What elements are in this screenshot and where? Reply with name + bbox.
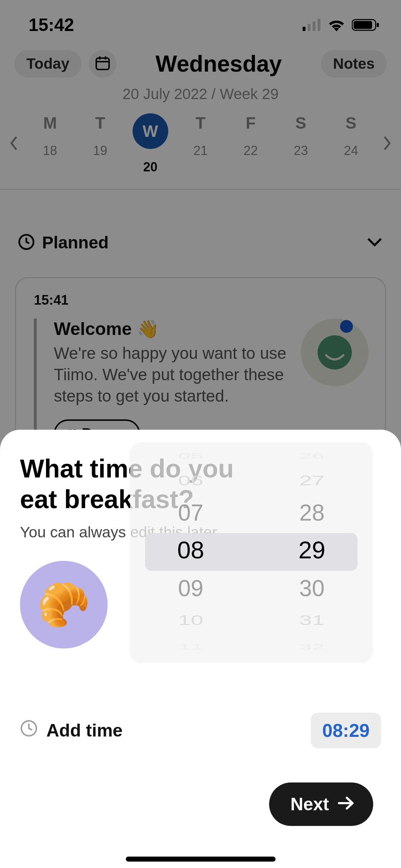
- add-time-row: Add time 08:29: [20, 713, 381, 748]
- home-indicator[interactable]: [126, 857, 276, 862]
- picker-row: 0627: [130, 464, 372, 497]
- picker-row: 1132: [130, 630, 372, 662]
- time-picker-sheet: What time do you eat breakfast? You can …: [0, 430, 401, 868]
- picker-minute: 29: [251, 533, 372, 567]
- picker-hour: 08: [130, 533, 251, 567]
- picker-minute: 28: [251, 496, 372, 529]
- picker-hour: 10: [130, 610, 251, 630]
- picker-hour: 09: [130, 572, 251, 605]
- picker-minute: 30: [251, 572, 372, 605]
- time-value-chip[interactable]: 08:29: [311, 713, 381, 748]
- next-button[interactable]: Next: [269, 782, 373, 826]
- croissant-icon: 🥐: [37, 580, 91, 630]
- picker-minute: 26: [251, 450, 372, 462]
- picker-minute: 31: [251, 610, 372, 630]
- picker-hour: 11: [130, 641, 251, 653]
- picker-minute: 32: [251, 641, 372, 653]
- activity-icon-circle: 🥐: [20, 561, 108, 649]
- clock-outline-icon: [20, 719, 38, 742]
- arrow-right-icon: [338, 794, 355, 815]
- picker-hour: 07: [130, 496, 251, 529]
- picker-minute: 27: [251, 471, 372, 491]
- picker-hour: 05: [130, 450, 251, 462]
- picker-row: 0930: [130, 572, 372, 605]
- time-picker[interactable]: 0526062707280829093010311132: [130, 443, 372, 662]
- picker-row: 0728: [130, 496, 372, 529]
- add-time-label: Add time: [46, 720, 123, 741]
- picker-row: 0829: [130, 533, 372, 567]
- picker-hour: 06: [130, 471, 251, 491]
